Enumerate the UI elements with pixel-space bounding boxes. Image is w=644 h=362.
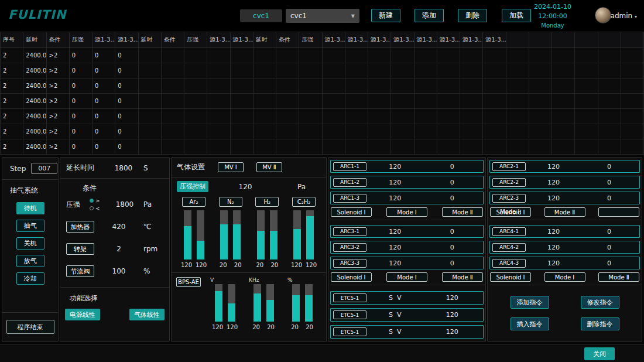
gas-column-c2h2: C₂H₂120120 — [286, 197, 321, 268]
gas-button-c2h2[interactable]: C₂H₂ — [292, 197, 316, 207]
arc-value-1: 120 — [526, 194, 581, 202]
table-cell — [138, 94, 161, 109]
arc-channel-label[interactable]: ARC2-2 — [492, 178, 526, 187]
table-column-header: 源1-3… — [437, 32, 460, 48]
arc-footer-button[interactable]: Solenoid Ⅰ — [490, 272, 531, 282]
gas-button-n2[interactable]: N₂ — [219, 197, 242, 207]
arc-channel-label[interactable]: ARC2-3 — [492, 194, 526, 203]
table-cell — [345, 124, 368, 139]
arc-channel-label[interactable]: ARC4-2 — [492, 243, 526, 252]
arc-footer-button[interactable]: Mode Ⅰ — [386, 272, 427, 282]
rotator-button[interactable]: 转架 — [66, 243, 94, 255]
delete-command-button[interactable]: 删除指令 — [581, 317, 619, 330]
gas-button-ar[interactable]: Ar₂ — [182, 197, 205, 207]
gas-button-h2[interactable]: H₂ — [255, 197, 279, 207]
table-row[interactable]: 22400.00>2000 — [1, 78, 644, 94]
table-row[interactable]: 22400.00>2000 — [1, 124, 644, 139]
mode-button-cool[interactable]: 冷却 — [16, 272, 44, 285]
table-cell: 0 — [115, 78, 138, 94]
pressure-lt-radio[interactable]: < — [90, 206, 106, 211]
table-row[interactable]: 22400.00>2000 — [1, 109, 644, 124]
table-cell — [437, 94, 460, 109]
arc-footer-button[interactable]: Mode Ⅱ — [544, 207, 585, 217]
program-end-button[interactable]: 程序结束 — [6, 320, 54, 334]
arc-channel-row: ARC2-21200 — [489, 176, 640, 189]
gas-linear-button[interactable]: 气体线性 — [129, 309, 165, 320]
arc-channel-label[interactable]: ARC1-1 — [333, 162, 366, 171]
add-button[interactable]: 添加 — [415, 9, 444, 22]
arc-channel-label[interactable]: ARC4-3 — [492, 259, 526, 268]
table-cell — [207, 48, 230, 63]
table-cell — [138, 109, 161, 124]
table-cell — [529, 109, 551, 124]
mode-button-shutdown[interactable]: 关机 — [16, 237, 44, 250]
arc-value-1: 120 — [366, 179, 424, 186]
pressure-control-button[interactable]: 压强控制 — [177, 181, 208, 192]
table-cell — [552, 94, 575, 109]
arc-channel-label[interactable]: ARC3-3 — [333, 259, 366, 268]
etc-label[interactable]: ETC5-1 — [333, 293, 366, 302]
meter-unit-label: V — [210, 277, 214, 283]
arc-channel-label[interactable]: ARC1-2 — [333, 178, 366, 187]
device-select[interactable]: cvc1 ▼ — [286, 9, 359, 23]
modify-command-button[interactable]: 修改指令 — [581, 296, 619, 309]
etc-label[interactable]: ETC5-1 — [333, 310, 366, 319]
table-row[interactable]: 22400.00>2000 — [1, 63, 644, 78]
add-command-button[interactable]: 添加指令 — [511, 296, 549, 309]
arc-channel-label[interactable]: ARC3-2 — [333, 243, 366, 252]
table-row[interactable]: 22400.00>2000 — [1, 94, 644, 109]
meter-unit-label: % — [287, 277, 293, 283]
table-cell — [437, 124, 460, 139]
arc-channel-label[interactable]: ARC1-3 — [333, 194, 366, 203]
arc-footer-button[interactable]: Mode Ⅱ — [442, 207, 483, 217]
arc-footer-button[interactable]: Solenoid Ⅰ — [331, 207, 372, 217]
etc-label[interactable]: ETC5-1 — [333, 327, 366, 336]
etc-group: ETC5-1S V120ETC5-1S V120ETC5-1S V120 — [328, 288, 485, 339]
heater-value: 420 — [94, 223, 143, 231]
arc-value-1: 120 — [366, 194, 424, 202]
table-row[interactable]: 22400.00>2000 — [1, 48, 644, 63]
arc-footer-button[interactable]: Mode Ⅰ — [386, 207, 427, 217]
arc-footer-button[interactable]: Solenoid ⅠMode Ⅰ — [490, 207, 531, 217]
insert-command-button[interactable]: 插入指令 — [511, 317, 549, 330]
arc-footer-button[interactable]: Mode Ⅰ — [544, 272, 585, 282]
gas-n2-bar — [220, 210, 228, 259]
delete-button[interactable]: 删除 — [458, 9, 487, 22]
arc-footer-button[interactable] — [598, 207, 639, 217]
table-cell — [345, 78, 368, 94]
arc-channel-label[interactable]: ARC4-1 — [492, 227, 526, 236]
table-row[interactable]: 22400.00>2000 — [1, 139, 644, 155]
table-cell — [230, 63, 253, 78]
user-menu[interactable]: admin ▾ — [611, 12, 637, 20]
gas-n2-bar-fill — [220, 224, 228, 259]
mv2-button[interactable]: MV Ⅱ — [256, 162, 282, 172]
table-cell — [368, 63, 391, 78]
avatar[interactable] — [595, 7, 611, 23]
arc-footer-button[interactable]: Solenoid Ⅰ — [331, 272, 372, 282]
gas-ar-bar-fill — [184, 226, 191, 259]
arc-channel-label[interactable]: ARC2-1 — [492, 162, 526, 171]
new-button[interactable]: 新建 — [371, 9, 400, 22]
extend-time-row: 延长时间 1800 S — [60, 158, 169, 179]
mv1-button[interactable]: MV Ⅰ — [218, 162, 244, 172]
table-column-header: 源1-3… — [414, 32, 437, 48]
mode-button-pump[interactable]: 抽气 — [16, 220, 44, 232]
heater-button[interactable]: 加热器 — [66, 221, 94, 233]
close-button[interactable]: 关闭 — [584, 347, 615, 360]
bps-ae-button[interactable]: BPS-AE — [176, 277, 201, 287]
mode-button-standby[interactable]: 待机 — [16, 202, 44, 214]
table-cell: 2 — [1, 124, 23, 139]
arc-channel-label[interactable]: ARC3-1 — [333, 227, 366, 236]
table-cell — [230, 109, 253, 124]
arc-footer-button[interactable]: Mode Ⅱ — [598, 272, 639, 282]
mode-button-vent[interactable]: 放气 — [16, 255, 44, 267]
power-linear-button[interactable]: 电源线性 — [65, 309, 100, 320]
arc-value-2: 0 — [581, 179, 637, 186]
pressure-gt-radio[interactable]: > — [90, 198, 106, 204]
throttle-button[interactable]: 节流阀 — [66, 265, 94, 277]
arc-channel-row: ARC3-21200 — [330, 241, 484, 254]
gas-c2h2-bars — [293, 210, 314, 259]
arc-footer-button[interactable]: Mode Ⅱ — [442, 272, 483, 282]
table-cell — [345, 48, 368, 63]
table-column-header: 源1-3… — [115, 32, 138, 48]
